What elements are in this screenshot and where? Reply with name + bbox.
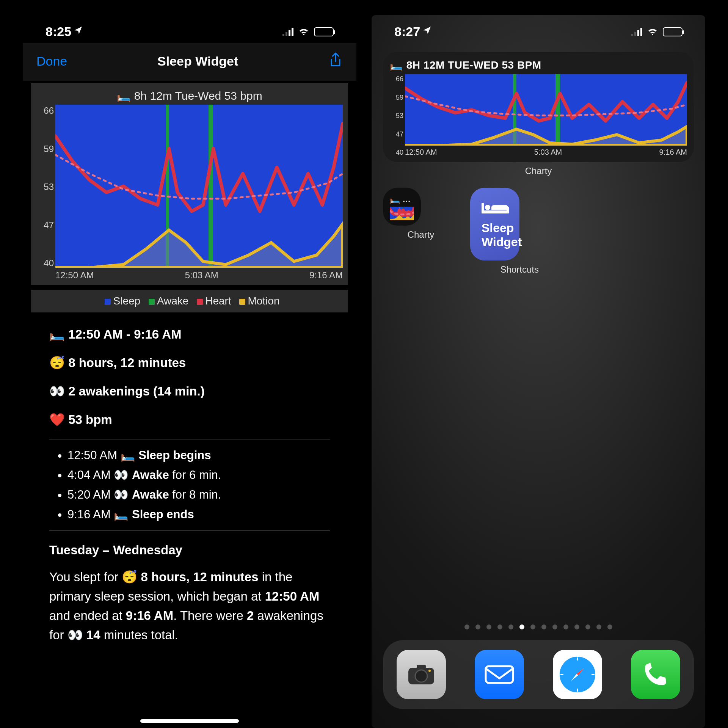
- widget-charty-large[interactable]: 🛏️ 8H 12M TUE-WED 53 BPM 66 59 53 47 40 …: [383, 52, 694, 162]
- chart-plot-area: [55, 105, 343, 268]
- divider: [49, 530, 330, 531]
- widget-charty-small[interactable]: 🛏️ 8H 12M TU...: [383, 188, 421, 226]
- stat-bpm: ❤️ 53 bpm: [49, 410, 330, 429]
- page-indicator[interactable]: [372, 624, 705, 629]
- event-list: 12:50 AM 🛏️ Sleep begins 4:04 AM 👀 Awake…: [49, 446, 330, 524]
- stat-range: 🛏️ 12:50 AM - 9:16 AM: [49, 325, 330, 344]
- done-button[interactable]: Done: [36, 54, 67, 69]
- legend-swatch-motion: [239, 299, 245, 305]
- list-item: 5:20 AM 👀 Awake for 8 min.: [67, 486, 330, 504]
- summary-body: 🛏️ 12:50 AM - 9:16 AM 😴 8 hours, 12 minu…: [23, 312, 356, 645]
- cellular-icon: [282, 28, 293, 36]
- location-icon: [74, 26, 83, 38]
- divider: [49, 439, 330, 439]
- svg-rect-1: [482, 203, 484, 213]
- x-axis-ticks: 12:50 AM 5:03 AM 9:16 AM: [55, 268, 343, 281]
- widget-label: Charty: [372, 166, 705, 176]
- battery-icon: [314, 27, 334, 36]
- svg-rect-0: [482, 210, 509, 213]
- legend-swatch-awake: [149, 299, 155, 305]
- dock: [383, 640, 694, 709]
- svg-point-6: [428, 670, 431, 672]
- cellular-icon: [631, 28, 642, 36]
- legend-swatch-sleep: [105, 299, 111, 305]
- shortcut-title: Sleep Widget: [482, 221, 508, 249]
- status-time: 8:27: [394, 24, 420, 39]
- nav-bar: Done Sleep Widget: [23, 43, 356, 81]
- x-axis-ticks: 12:50 AM 5:03 AM 9:16 AM: [405, 146, 687, 157]
- svg-point-3: [485, 205, 490, 210]
- list-item: 9:16 AM 🛏️ Sleep ends: [67, 505, 330, 524]
- svg-rect-8: [486, 666, 513, 683]
- stat-duration: 😴 8 hours, 12 minutes: [49, 353, 330, 372]
- dock-app-camera[interactable]: [397, 650, 446, 699]
- dock-app-phone[interactable]: [631, 650, 680, 699]
- phone-left: 8:25 Done Sleep Widget 🛏️ 8h 12m Tue-Wed…: [23, 15, 356, 728]
- bed-icon: [482, 199, 508, 221]
- status-bar: 8:25: [23, 15, 356, 43]
- svg-rect-7: [417, 665, 426, 669]
- dock-app-safari[interactable]: [553, 650, 602, 699]
- chart-legend: Sleep Awake Heart Motion: [31, 290, 348, 312]
- summary-paragraph: You slept for 😴 8 hours, 12 minutes in t…: [49, 567, 330, 645]
- widget-title: 🛏️ 8H 12M TU...: [390, 195, 414, 204]
- home-indicator[interactable]: [140, 719, 239, 723]
- location-icon: [422, 26, 431, 38]
- wifi-icon: [298, 24, 309, 39]
- status-bar: 8:27: [372, 15, 705, 43]
- page-title: Sleep Widget: [157, 54, 238, 69]
- y-axis-ticks: 66 59 53 47 40: [36, 105, 54, 268]
- widget-shortcut-sleep[interactable]: Sleep Widget: [470, 188, 519, 260]
- chart-plot-area: [405, 74, 687, 146]
- list-item: 12:50 AM 🛏️ Sleep begins: [67, 446, 330, 464]
- day-range-title: Tuesday – Wednesday: [49, 540, 330, 560]
- phone-right: 8:27 🛏️ 8H 12M TUE-WED 53 BPM 66 59 53 4…: [372, 15, 705, 728]
- share-button[interactable]: [328, 52, 343, 70]
- stat-awakenings: 👀 2 awakenings (14 min.): [49, 381, 330, 401]
- dock-app-mail[interactable]: [475, 650, 524, 699]
- chart-title: 🛏️ 8h 12m Tue-Wed 53 bpm: [36, 89, 343, 102]
- widget-label: Shortcuts: [470, 264, 569, 275]
- y-axis-ticks: 66 59 53 47 40: [390, 74, 403, 157]
- battery-icon: [663, 27, 682, 36]
- widget-title: 🛏️ 8H 12M TUE-WED 53 BPM: [390, 59, 687, 71]
- list-item: 4:04 AM 👀 Awake for 6 min.: [67, 466, 330, 484]
- svg-point-5: [415, 670, 427, 682]
- chart-card: 🛏️ 8h 12m Tue-Wed 53 bpm 66 59 53 47 40 …: [31, 83, 348, 285]
- status-time: 8:25: [46, 24, 71, 39]
- chart-plot-area: [390, 207, 414, 220]
- widget-label: Charty: [383, 229, 459, 240]
- wifi-icon: [647, 24, 658, 39]
- legend-swatch-heart: [197, 299, 203, 305]
